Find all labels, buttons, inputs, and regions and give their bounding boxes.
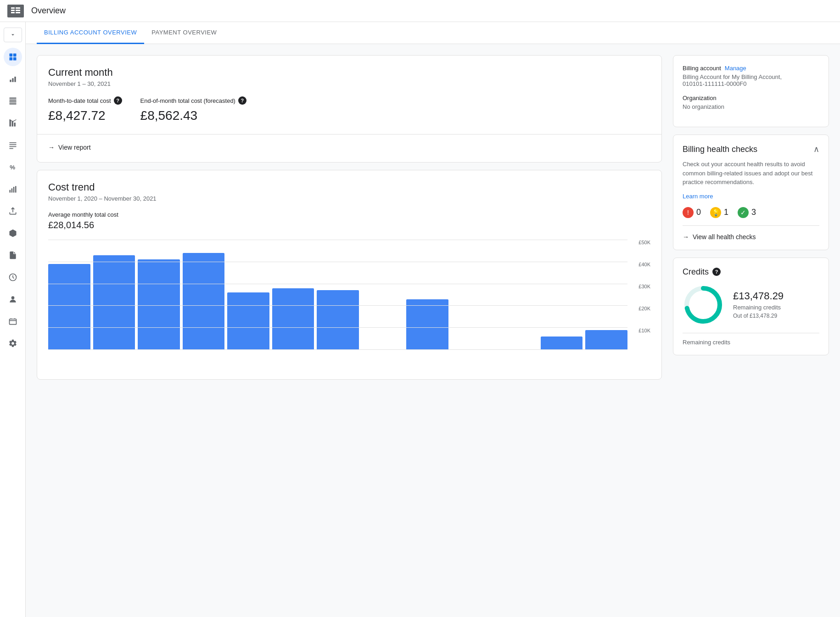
sidebar-item-table[interactable] (4, 92, 22, 110)
credits-help-icon[interactable]: ? (712, 268, 721, 276)
current-month-title: Current month (48, 67, 650, 79)
billing-account-name: Billing Account for My Billing Account, (683, 73, 819, 80)
chart-bars (48, 240, 650, 350)
y-axis-label: £30K (638, 284, 650, 289)
svg-rect-13 (9, 98, 16, 99)
chart-bar[interactable] (272, 288, 314, 350)
page-title: Overview (31, 6, 66, 16)
svg-rect-4 (11, 12, 15, 13)
error-stat: ! 0 (683, 207, 701, 218)
sidebar-item-list[interactable] (4, 136, 22, 154)
svg-rect-15 (9, 101, 16, 103)
manage-link[interactable]: Manage (725, 65, 746, 72)
y-axis-label: £40K (638, 262, 650, 267)
sidebar-item-analytics[interactable] (4, 180, 22, 198)
avg-label: Average monthly total cost (48, 211, 650, 218)
sidebar-item-clock[interactable] (4, 268, 22, 286)
y-axis-label: £50K (638, 240, 650, 245)
credits-footer: Remaining credits (683, 333, 819, 346)
chart-bar[interactable] (406, 299, 448, 350)
avg-value: £28,014.56 (48, 220, 650, 230)
success-icon: ✓ (738, 207, 749, 218)
current-month-subtitle: November 1 – 30, 2021 (48, 80, 650, 87)
credits-remaining-label: Remaining credits (733, 304, 784, 311)
chart-bar[interactable] (541, 337, 583, 350)
svg-rect-10 (10, 80, 11, 82)
svg-rect-3 (16, 10, 20, 11)
svg-rect-8 (9, 57, 12, 61)
svg-rect-11 (12, 78, 13, 82)
sidebar-item-settings[interactable] (4, 334, 22, 353)
view-all-button[interactable]: → View all health checks (683, 233, 756, 241)
svg-rect-14 (9, 100, 16, 101)
svg-rect-0 (11, 7, 15, 9)
credits-body: £13,478.29 Remaining credits Out of £13,… (683, 284, 819, 325)
chart-bar[interactable] (317, 290, 359, 350)
learn-more-link[interactable]: Learn more (683, 193, 713, 200)
chart-bar[interactable] (93, 255, 135, 350)
warning-icon: 💡 (710, 207, 721, 218)
svg-rect-18 (11, 121, 13, 127)
health-stats: ! 0 💡 1 ✓ 3 (683, 207, 819, 218)
month-to-date-help-icon[interactable]: ? (114, 96, 122, 105)
chart-bar[interactable] (138, 259, 180, 350)
view-report-button[interactable]: → View report (48, 144, 91, 151)
current-month-card: Current month November 1 – 30, 2021 Mont… (37, 55, 662, 163)
end-of-month-label: End-of-month total cost (forecasted) ? (140, 96, 246, 105)
cost-grid: Month-to-date total cost ? £8,427.72 End… (48, 96, 650, 123)
org-label: Organization (683, 95, 819, 101)
sidebar-item-cost-breakdown[interactable] (4, 114, 22, 132)
sidebar-item-tag[interactable] (4, 224, 22, 242)
svg-rect-21 (9, 144, 16, 145)
svg-rect-7 (13, 54, 16, 57)
health-checks-card: Billing health checks ∧ Check out your a… (673, 135, 829, 250)
card-divider (37, 134, 661, 135)
chart-bar[interactable] (585, 330, 627, 350)
warning-stat: 💡 1 (710, 207, 728, 218)
end-of-month-value: £8,562.43 (140, 108, 246, 123)
sidebar: % (0, 22, 26, 617)
y-axis-labels: £50K£40K£30K£20K£10K (638, 240, 650, 350)
end-of-month-item: End-of-month total cost (forecasted) ? £… (140, 96, 246, 123)
tab-billing-account[interactable]: BILLING ACCOUNT OVERVIEW (37, 22, 144, 44)
month-to-date-value: £8,427.72 (48, 108, 122, 123)
top-bar: Overview (0, 0, 840, 22)
organization-row: Organization No organization (683, 95, 819, 110)
collapse-icon[interactable]: ∧ (813, 144, 819, 154)
success-stat: ✓ 3 (738, 207, 756, 218)
credits-title: Credits (683, 267, 709, 277)
billing-account-id: 010101-111111-0000F0 (683, 80, 819, 87)
chart-bar[interactable] (183, 253, 225, 350)
svg-rect-20 (9, 142, 16, 143)
error-icon: ! (683, 207, 694, 218)
chart-bar[interactable] (48, 264, 90, 350)
cost-trend-subtitle: November 1, 2020 – November 30, 2021 (48, 195, 650, 202)
svg-rect-22 (9, 146, 16, 147)
content-area: Current month November 1 – 30, 2021 Mont… (26, 44, 840, 617)
end-of-month-help-icon[interactable]: ? (238, 96, 246, 105)
sidebar-item-reports[interactable] (4, 70, 22, 88)
main-content: BILLING ACCOUNT OVERVIEW PAYMENT OVERVIE… (26, 22, 840, 617)
chart-bar[interactable] (227, 292, 269, 350)
svg-rect-31 (9, 319, 16, 325)
svg-point-30 (11, 296, 14, 299)
credits-amount: £13,478.29 (733, 290, 784, 302)
svg-rect-26 (11, 188, 12, 192)
svg-rect-25 (9, 190, 11, 193)
sidebar-item-percent[interactable]: % (4, 158, 22, 176)
svg-rect-28 (15, 186, 17, 192)
y-axis-label: £20K (638, 306, 650, 311)
sidebar-item-document[interactable] (4, 246, 22, 264)
sidebar-item-budget[interactable] (4, 312, 22, 331)
sidebar-item-person[interactable] (4, 290, 22, 308)
org-value: No organization (683, 103, 819, 110)
svg-rect-5 (16, 12, 20, 13)
cost-trend-title: Cost trend (48, 181, 650, 193)
sidebar-item-overview[interactable] (4, 48, 22, 66)
tab-payment[interactable]: PAYMENT OVERVIEW (144, 22, 224, 44)
sidebar-item-upload[interactable] (4, 202, 22, 220)
credits-header: Credits ? (683, 267, 819, 277)
health-header: Billing health checks ∧ (683, 144, 819, 154)
sidebar-dropdown[interactable] (4, 28, 22, 42)
health-title: Billing health checks (683, 145, 757, 154)
